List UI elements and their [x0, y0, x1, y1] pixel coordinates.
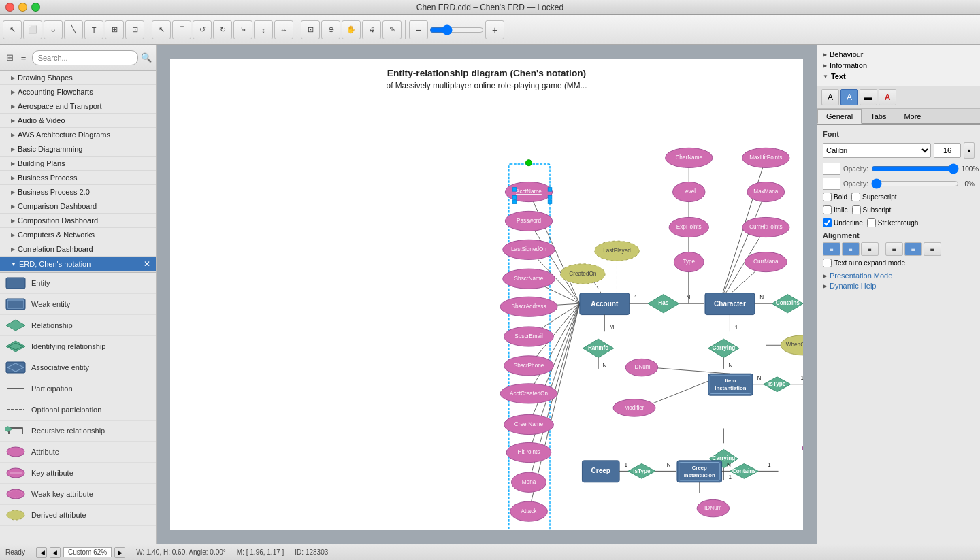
sidebar-search-input[interactable] — [32, 50, 138, 65]
redo-button[interactable]: ↻ — [213, 20, 232, 39]
diagram-canvas[interactable]: Entity-relationship diagram (Chen's nota… — [170, 59, 803, 530]
nav-item-audio[interactable]: ▶ Audio & Video — [0, 114, 156, 128]
connector-tool[interactable]: ⤷ — [233, 20, 252, 39]
tab-more[interactable]: More — [895, 109, 930, 123]
zoom-in-btn2[interactable]: + — [485, 20, 504, 39]
align-right-btn[interactable]: ≡ — [861, 242, 879, 256]
nav-next-btn[interactable]: ▶ — [114, 547, 125, 558]
text-color-swatch[interactable] — [823, 163, 840, 175]
align-middle-btn[interactable]: ≡ — [904, 242, 922, 256]
nav-first-btn[interactable]: |◀ — [36, 547, 47, 558]
nav-item-business-process[interactable]: ▶ Business Process — [0, 171, 156, 185]
nav-item-drawing-shapes[interactable]: ▶ Drawing Shapes — [0, 71, 156, 85]
shape-item-entity[interactable]: Entity — [0, 273, 156, 294]
tree-information[interactable]: ▶ Information — [823, 60, 975, 71]
shape-item-participation[interactable]: Participation — [0, 378, 156, 399]
nav-item-computers[interactable]: ▶ Computers & Networks — [0, 228, 156, 242]
line-tool[interactable]: ╲ — [64, 20, 83, 39]
shape-item-attribute[interactable]: Attribute — [0, 442, 156, 463]
strikethrough-checkbox[interactable] — [867, 218, 876, 227]
attr-itemdamage[interactable] — [802, 440, 803, 457]
nav-item-comparison[interactable]: ▶ Comparison Dashboard — [0, 199, 156, 214]
opacity-slider-2[interactable] — [871, 180, 959, 188]
font-family-select[interactable]: Calibri — [823, 143, 931, 158]
align-left-btn[interactable]: ≡ — [823, 242, 840, 256]
shape-item-weak-entity[interactable]: Weak entity — [0, 294, 156, 315]
underline-checkbox[interactable] — [823, 218, 832, 227]
dynamic-help-link[interactable]: ▶ Dynamic Help — [823, 282, 975, 290]
handle-mr[interactable] — [548, 196, 551, 199]
nav-prev-btn[interactable]: ◀ — [50, 547, 61, 558]
strikethrough-check[interactable]: Strikethrough — [867, 218, 918, 227]
sidebar-grid-button[interactable]: ⊞ — [4, 50, 15, 65]
text-tool[interactable]: T — [84, 20, 103, 39]
undo-button[interactable]: ↺ — [193, 20, 212, 39]
zoom-fit-button[interactable]: ⊡ — [301, 20, 320, 39]
canvas-area[interactable]: Entity-relationship diagram (Chen's nota… — [157, 45, 817, 544]
close-erd-button[interactable]: ✕ — [144, 259, 150, 269]
select-tool[interactable]: ↖ — [3, 20, 22, 39]
nav-item-erd-chen[interactable]: ▼ ERD, Chen's notation ✕ — [0, 257, 156, 272]
superscript-checkbox[interactable] — [851, 193, 860, 201]
flip-v-button[interactable]: ↕ — [254, 20, 273, 39]
align-center-btn[interactable]: ≡ — [842, 242, 860, 256]
nav-item-building[interactable]: ▶ Building Plans — [0, 157, 156, 171]
close-button[interactable] — [5, 3, 14, 12]
underline-style-btn[interactable]: A — [821, 89, 839, 105]
font-size-input[interactable] — [934, 143, 961, 158]
nav-item-aws[interactable]: ▶ AWS Architecture Diagrams — [0, 128, 156, 142]
pan-button[interactable]: ✋ — [342, 20, 361, 39]
shape-item-opt-part[interactable]: Optional participation — [0, 399, 156, 421]
italic-check[interactable]: Italic — [823, 205, 848, 214]
zoom-in-button[interactable]: ⊕ — [321, 20, 340, 39]
shape-item-recursive[interactable]: Recursive relationship — [0, 421, 156, 442]
maximize-button[interactable] — [31, 3, 40, 12]
sidebar-search-button[interactable]: 🔍 — [141, 50, 152, 65]
align-bottom-btn[interactable]: ≡ — [924, 242, 941, 256]
nav-item-aerospace[interactable]: ▶ Aerospace and Transport — [0, 99, 156, 114]
tab-general[interactable]: General — [817, 109, 862, 124]
italic-checkbox[interactable] — [823, 205, 832, 214]
subscript-checkbox[interactable] — [852, 205, 861, 214]
zoom-slider[interactable] — [429, 24, 484, 35]
weak-entity-creep-inst[interactable] — [677, 461, 722, 482]
window-controls[interactable] — [5, 3, 40, 12]
tree-behaviour[interactable]: ▶ Behaviour — [823, 49, 975, 60]
pencil-tool[interactable]: ✎ — [382, 20, 402, 39]
superscript-check[interactable]: Superscript — [851, 193, 897, 201]
shape-item-weak-key[interactable]: Weak key attribute — [0, 484, 156, 505]
opacity-slider-1[interactable] — [871, 165, 959, 173]
minimize-button[interactable] — [18, 3, 27, 12]
shape-item-ident-rel[interactable]: Identifying relationship — [0, 336, 156, 357]
cursor-tool[interactable]: ↖ — [152, 20, 171, 39]
shape-item-derived[interactable]: Derived attribute — [0, 505, 156, 526]
bold-checkbox[interactable] — [823, 193, 832, 201]
underline-check[interactable]: Underline — [823, 218, 863, 227]
handle-br[interactable] — [548, 200, 551, 203]
nav-item-basic[interactable]: ▶ Basic Diagramming — [0, 142, 156, 157]
font-color-btn[interactable]: A — [879, 89, 896, 105]
text-box-btn[interactable]: ▬ — [860, 89, 877, 105]
table-tool[interactable]: ⊞ — [105, 20, 124, 39]
handle-tl[interactable] — [512, 188, 516, 191]
nav-item-correlation[interactable]: ▶ Correlation Dashboard — [0, 242, 156, 257]
align-top-btn[interactable]: ≡ — [885, 242, 903, 256]
shape-item-assoc-entity[interactable]: Associative entity — [0, 357, 156, 378]
tree-text[interactable]: ▼ Text — [823, 71, 975, 82]
handle-bl[interactable] — [512, 200, 516, 203]
shape-item-relationship[interactable]: Relationship — [0, 315, 156, 336]
nav-item-composition[interactable]: ▶ Composition Dashboard — [0, 214, 156, 228]
text-bg-btn[interactable]: A — [840, 89, 858, 105]
nav-item-business-process-2[interactable]: ▶ Business Process 2.0 — [0, 185, 156, 199]
shape-item-key-attr[interactable]: Key attribute — [0, 463, 156, 484]
image-tool[interactable]: ⊡ — [125, 20, 144, 39]
rect-tool[interactable]: ⬜ — [23, 20, 42, 39]
handle-ml[interactable] — [512, 196, 516, 199]
sidebar-list-button[interactable]: ≡ — [18, 50, 29, 65]
nav-item-accounting[interactable]: ▶ Accounting Flowcharts — [0, 85, 156, 99]
print-button[interactable]: 🖨 — [362, 20, 381, 39]
zoom-out-button[interactable]: − — [409, 20, 428, 39]
font-size-stepper-up[interactable]: ▲ — [964, 142, 975, 159]
oval-tool[interactable]: ○ — [44, 20, 63, 39]
tab-tabs[interactable]: Tabs — [862, 109, 895, 123]
